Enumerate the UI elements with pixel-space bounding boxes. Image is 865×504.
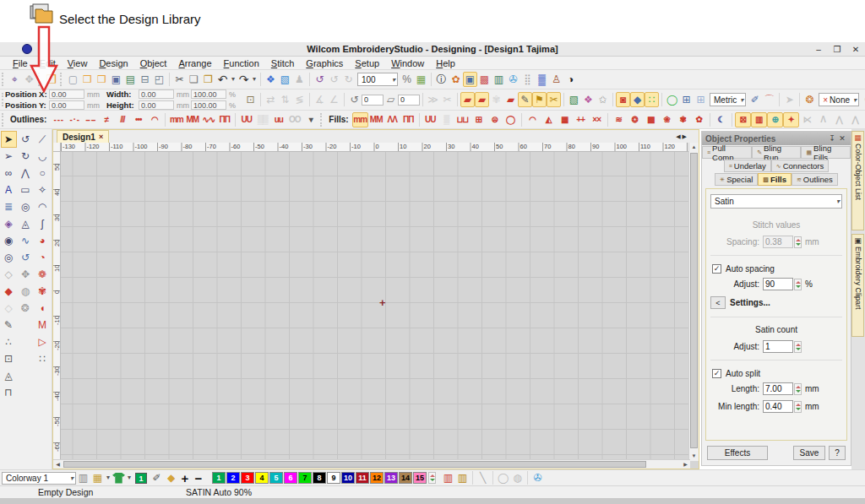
circle-outline-icon[interactable]: ◯ — [496, 470, 510, 485]
blank1[interactable] — [18, 317, 34, 333]
rotate-input[interactable] — [362, 95, 384, 106]
tshirt-dropdown-icon[interactable]: ▾ — [126, 470, 133, 485]
tab-scroll-left-icon[interactable]: ◀ — [676, 133, 680, 140]
curve-measure-icon[interactable]: ⌒ — [762, 92, 776, 107]
palette-color-7[interactable]: 7 — [298, 472, 312, 484]
color-grid-dropdown-icon[interactable]: ▾ — [105, 470, 112, 485]
measure-icon[interactable]: ✐ — [748, 92, 762, 107]
width-input[interactable] — [139, 89, 174, 99]
blank5[interactable] — [35, 367, 51, 384]
menu-item[interactable]: Object — [134, 58, 173, 68]
star-shape-icon[interactable]: ✩ — [596, 92, 610, 107]
outline-dash-icon[interactable]: - - - — [50, 112, 66, 127]
flower-red-tool-icon[interactable]: ❁ — [35, 266, 51, 283]
palette-color-6[interactable]: 6 — [284, 472, 297, 484]
fill-arc-icon[interactable]: ◠ — [525, 112, 541, 127]
squares-tool-icon[interactable]: ⊡ — [1, 350, 17, 367]
height-input[interactable] — [139, 100, 174, 110]
remove-color-button[interactable]: − — [192, 471, 205, 485]
thread-chart-icon[interactable]: ▓ — [535, 72, 549, 87]
adjust-input[interactable] — [763, 278, 793, 290]
close-button[interactable]: ✕ — [846, 45, 865, 54]
circle-dot-tool-icon[interactable]: ◉ — [1, 232, 17, 249]
select-tool-icon[interactable]: ➤ — [1, 131, 17, 148]
paste-icon[interactable]: ❐ — [201, 72, 215, 87]
redo-dropdown-icon[interactable]: ▾ — [251, 72, 258, 87]
settings-label[interactable]: Settings... — [730, 298, 770, 307]
fill-u2-icon[interactable]: ⊔⊔ — [454, 112, 471, 127]
fill-triangle-icon[interactable]: ◭ — [541, 112, 557, 127]
morph-icon[interactable]: ❂ — [802, 92, 817, 107]
outline-arc-icon[interactable]: ◠ — [146, 112, 162, 127]
menu-item[interactable]: Setup — [349, 58, 385, 68]
skew-tool-icon[interactable]: ▱ — [384, 92, 398, 107]
copy-icon[interactable]: ❏ — [187, 72, 201, 87]
fill-tatami-icon[interactable]: mm — [352, 112, 368, 127]
product-visualizer-icon[interactable]: ✿ — [449, 72, 463, 87]
team-names-icon[interactable]: ♟ — [292, 72, 307, 87]
new-design-icon[interactable]: ▢ — [66, 72, 80, 87]
color-grid-icon[interactable]: ▦ — [90, 470, 105, 485]
grid-icon[interactable]: ⊞ — [679, 92, 694, 107]
show-design-icon[interactable]: ▣ — [463, 72, 477, 87]
min-length-spinner[interactable] — [794, 401, 802, 413]
monogram-tool-icon[interactable]: ≣ — [1, 198, 17, 215]
length-spinner[interactable] — [794, 383, 802, 395]
gold-scissors-icon[interactable]: ✂ — [547, 92, 561, 107]
undo-icon[interactable]: ↶ — [215, 72, 230, 87]
min-length-input[interactable] — [763, 400, 793, 413]
fill-flower2-icon[interactable]: ✾ — [675, 112, 691, 127]
position-y-input[interactable] — [49, 100, 84, 110]
tab-fills[interactable]: ▨Fills — [758, 173, 792, 186]
open-curve-tool-icon[interactable]: ⟋ — [35, 131, 51, 148]
leaf-outline-icon[interactable]: ✾ — [489, 92, 503, 107]
palette-color-3[interactable]: 3 — [241, 472, 254, 484]
save-button[interactable]: Save — [793, 446, 825, 460]
outline-pattern-icon[interactable]: ▒▒ — [254, 112, 270, 127]
satin-swatch2-icon[interactable]: ▰ — [475, 92, 489, 107]
contrast-icon[interactable]: ◑ — [563, 72, 578, 87]
blank4[interactable] — [18, 367, 34, 384]
design-canvas[interactable]: + — [61, 152, 690, 461]
freehand-tool-icon[interactable]: ∿ — [18, 232, 34, 249]
scroll-left-icon[interactable]: ◀ — [53, 460, 63, 469]
reshape-tool-icon[interactable]: ↺ — [18, 131, 34, 148]
mirror-y-icon[interactable]: ⇅ — [278, 92, 292, 107]
vertical-scroll-thumb[interactable] — [690, 153, 698, 448]
outline-u2-icon[interactable]: uu — [270, 112, 286, 127]
tab-outlines[interactable]: ≋Outlines — [792, 173, 838, 186]
product-tshirt-icon[interactable] — [112, 473, 125, 484]
rotate-ccw-icon[interactable]: ↺ — [327, 72, 341, 87]
fill-x-icon[interactable]: ×× — [589, 112, 605, 127]
gear-gray-tool-icon[interactable]: ❂ — [18, 300, 34, 317]
satin-patch-icon[interactable]: ▰ — [503, 92, 518, 107]
outline-u-icon[interactable]: UU — [238, 112, 254, 127]
palette-spinner[interactable] — [428, 472, 436, 484]
menu-item[interactable]: View — [62, 58, 94, 68]
elastic-lettering-icon[interactable]: ≫ — [426, 92, 440, 107]
outline-overflow-icon[interactable]: ▾ — [302, 112, 318, 127]
shape-combine-tool-icon[interactable]: ⊓ — [1, 384, 17, 401]
shapes-icon[interactable]: ❖ — [581, 92, 596, 107]
hex-red-tool-icon[interactable]: ◆ — [1, 283, 17, 300]
ellipse-tool-icon[interactable]: ○ — [35, 165, 51, 182]
insert-symbol-icon[interactable]: ❖ — [264, 72, 278, 87]
tab-connectors[interactable]: ∿Connectors — [771, 160, 829, 172]
scale-x-input[interactable] — [191, 89, 226, 99]
closed-curve-tool-icon[interactable]: ↻ — [18, 148, 34, 165]
fill-dense-grid-icon[interactable]: ▦ — [557, 112, 573, 127]
hoop-icon[interactable]: ◯ — [665, 92, 679, 107]
help-button[interactable]: ? — [829, 446, 846, 460]
palette-color-14[interactable]: 14 — [399, 472, 412, 484]
effect-feather-icon[interactable]: ⋉ — [799, 112, 815, 127]
blank2[interactable] — [18, 333, 34, 350]
fill-e-stitch-icon[interactable]: ΠΠ — [400, 112, 416, 127]
tab-color-object-list[interactable]: ▦ Color-Object List — [851, 131, 864, 230]
lock-ratio-icon[interactable]: ⊡ — [243, 92, 258, 107]
ring-tool-icon[interactable]: ◎ — [1, 249, 17, 266]
scroll-up-icon[interactable]: ▲ — [689, 143, 699, 152]
rotate-cw-icon[interactable]: ↻ — [341, 72, 356, 87]
arch-tool-icon[interactable]: ◠ — [35, 198, 51, 215]
red-curve2-tool-icon[interactable]: ◔ — [35, 249, 51, 266]
outline-run2-icon[interactable]: MM — [184, 112, 200, 127]
